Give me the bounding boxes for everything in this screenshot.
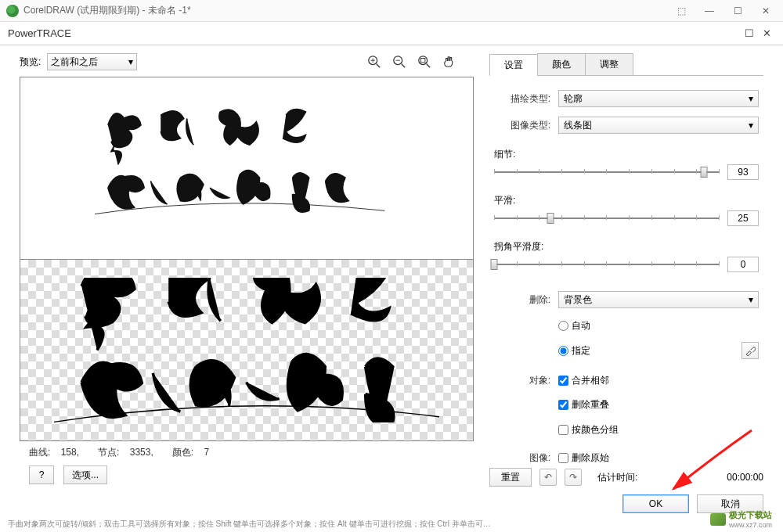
app-icon — [6, 5, 19, 17]
dialog-maximize-icon[interactable]: ☐ — [741, 26, 758, 41]
check-group-by-color[interactable]: 按颜色分组 — [558, 423, 619, 437]
detail-label: 细节: — [494, 148, 759, 161]
app-title: CorelDRAW (试用期限到期) - 未命名 -1* — [23, 4, 670, 17]
close-button[interactable]: ✕ — [755, 3, 777, 19]
svg-line-8 — [427, 64, 431, 68]
preview-panel: 预览: 之前和之后 ▾ — [0, 45, 485, 495]
stats-row: 曲线: 158, 节点: 3353, 颜色: 7 — [20, 441, 474, 462]
preview-mode-value: 之前和之后 — [51, 56, 98, 69]
zoom-out-icon[interactable] — [391, 53, 408, 70]
trace-type-label: 描绘类型: — [494, 92, 550, 106]
svg-rect-9 — [421, 59, 425, 63]
help-button[interactable]: ? — [29, 466, 54, 484]
est-time-label: 估计时间: — [597, 471, 637, 484]
svg-line-5 — [402, 64, 406, 68]
options-button[interactable]: 选项... — [63, 466, 107, 484]
dialog-title: PowerTRACE — [8, 27, 71, 39]
zoom-in-icon[interactable] — [366, 53, 383, 70]
resize-icon[interactable]: ⬚ — [670, 3, 692, 19]
check-remove-overlap[interactable]: 删除重叠 — [558, 398, 609, 412]
image-label: 图像: — [494, 451, 550, 465]
reset-button[interactable]: 重置 — [489, 468, 532, 487]
status-hint: 手曲对象两次可旋转/倾斜；双击工具可选择所有对象；按住 Shift 键单击可选择… — [8, 519, 775, 530]
chevron-down-icon: ▾ — [128, 56, 133, 67]
corner-value[interactable]: 0 — [727, 257, 759, 272]
trace-type-select[interactable]: 轮廓▾ — [558, 90, 759, 107]
smooth-slider[interactable] — [494, 210, 720, 226]
svg-line-1 — [377, 64, 381, 68]
detail-value[interactable]: 93 — [727, 164, 759, 180]
radio-specify[interactable]: 指定 — [558, 344, 590, 358]
chevron-down-icon: ▾ — [749, 294, 753, 305]
app-titlebar: CorelDRAW (试用期限到期) - 未命名 -1* ⬚ — ☐ ✕ — [0, 0, 783, 22]
delete-label: 删除: — [494, 293, 550, 307]
chevron-down-icon: ▾ — [749, 120, 753, 131]
corner-slider[interactable] — [494, 257, 720, 272]
image-type-select[interactable]: 线条图▾ — [558, 117, 759, 134]
smooth-label: 平滑: — [494, 194, 759, 207]
tabs: 设置 颜色 调整 — [489, 53, 763, 76]
smooth-value[interactable]: 25 — [727, 210, 759, 226]
delete-select[interactable]: 背景色▾ — [558, 291, 759, 308]
ok-button[interactable]: OK — [622, 494, 689, 513]
check-merge-adjacent[interactable]: 合并相邻 — [558, 374, 609, 387]
preview-box — [20, 77, 474, 441]
undo-icon[interactable]: ↶ — [539, 469, 557, 486]
object-label: 对象: — [494, 374, 550, 387]
est-time-value: 00:00:00 — [727, 472, 763, 483]
settings-panel: 设置 颜色 调整 描绘类型: 轮廓▾ 图像类型: 线条图▾ 细节: — [485, 45, 783, 495]
corner-label: 拐角平滑度: — [494, 240, 759, 253]
pan-icon[interactable] — [441, 53, 458, 70]
dialog-close-icon[interactable]: ✕ — [758, 26, 775, 41]
minimize-button[interactable]: — — [698, 3, 720, 19]
tab-adjust[interactable]: 调整 — [585, 53, 633, 75]
image-type-label: 图像类型: — [494, 119, 550, 132]
eyedropper-button[interactable] — [742, 342, 759, 359]
preview-after[interactable] — [20, 260, 473, 441]
dialog-titlebar: PowerTRACE ☐ ✕ — [0, 22, 783, 45]
detail-slider[interactable] — [494, 164, 720, 180]
preview-before[interactable] — [20, 77, 473, 260]
tab-colors[interactable]: 颜色 — [537, 53, 586, 75]
preview-label: 预览: — [20, 56, 41, 69]
zoom-fit-icon[interactable] — [416, 53, 433, 70]
check-remove-original[interactable]: 删除原始 — [558, 451, 609, 465]
preview-mode-select[interactable]: 之前和之后 ▾ — [47, 53, 137, 70]
tab-settings[interactable]: 设置 — [489, 54, 538, 76]
svg-point-7 — [419, 56, 428, 65]
chevron-down-icon: ▾ — [749, 93, 753, 104]
radio-auto[interactable]: 自动 — [558, 319, 590, 332]
maximize-button[interactable]: ☐ — [727, 3, 749, 19]
redo-icon[interactable]: ↷ — [565, 469, 582, 486]
watermark: 极光下载站 www.xz7.com — [710, 509, 772, 529]
